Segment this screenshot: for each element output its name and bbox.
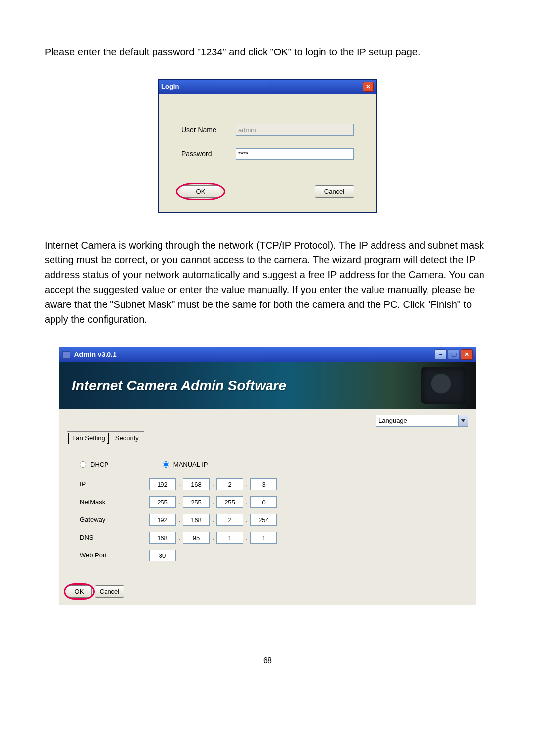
- ip-label: IP: [80, 479, 149, 489]
- intro-paragraph-1: Please enter the default password "1234"…: [45, 45, 490, 59]
- user-name-input[interactable]: [236, 124, 354, 136]
- ip-octet-2[interactable]: [183, 478, 210, 490]
- dns-label: DNS: [80, 533, 149, 543]
- tab-lan-setting[interactable]: Lan Setting: [67, 431, 110, 445]
- admin-ok-button[interactable]: OK: [67, 585, 92, 598]
- login-ok-button[interactable]: OK: [181, 185, 220, 198]
- admin-cancel-button[interactable]: Cancel: [95, 585, 124, 598]
- maximize-icon[interactable]: ▢: [448, 349, 460, 360]
- gateway-octet-2[interactable]: [183, 514, 210, 526]
- tab-security[interactable]: Security: [110, 431, 144, 445]
- netmask-label: NetMask: [80, 497, 149, 507]
- netmask-octet-1[interactable]: [149, 496, 176, 508]
- password-label: Password: [181, 149, 236, 159]
- page-number: 68: [45, 655, 490, 667]
- password-input[interactable]: [236, 148, 354, 160]
- netmask-octet-3[interactable]: [216, 496, 243, 508]
- language-select[interactable]: Language: [376, 415, 468, 427]
- chevron-down-icon: [458, 415, 468, 426]
- app-icon: [62, 351, 70, 359]
- camera-icon: [421, 367, 466, 404]
- netmask-octet-4[interactable]: [250, 496, 277, 508]
- minimize-icon[interactable]: –: [435, 349, 447, 360]
- ip-octet-3[interactable]: [216, 478, 243, 490]
- gateway-octet-1[interactable]: [149, 514, 176, 526]
- gateway-label: Gateway: [80, 515, 149, 525]
- gateway-octet-3[interactable]: [216, 514, 243, 526]
- login-dialog: Login ✕ User Name Password OK: [158, 79, 377, 213]
- login-title: Login: [161, 82, 179, 92]
- banner-title: Internet Camera Admin Software: [72, 375, 286, 396]
- radio-dhcp-label: DHCP: [90, 460, 108, 470]
- radio-manual-ip[interactable]: MANUAL IP: [163, 460, 208, 470]
- webport-input[interactable]: [149, 550, 176, 561]
- webport-label: Web Port: [80, 551, 149, 560]
- dns-octet-1[interactable]: [149, 532, 176, 544]
- ip-octet-1[interactable]: [149, 478, 176, 490]
- radio-dhcp[interactable]: DHCP: [80, 460, 108, 470]
- radio-manual-label: MANUAL IP: [173, 460, 208, 470]
- close-icon[interactable]: ✕: [363, 82, 374, 92]
- svg-marker-0: [461, 419, 465, 422]
- login-cancel-button[interactable]: Cancel: [315, 185, 354, 198]
- gateway-octet-4[interactable]: [250, 514, 277, 526]
- admin-window: Admin v3.0.1 – ▢ ✕ Internet Camera Admin…: [59, 347, 476, 605]
- dns-octet-2[interactable]: [183, 532, 210, 544]
- dns-octet-4[interactable]: [250, 532, 277, 544]
- intro-paragraph-2: Internet Camera is working through the n…: [45, 238, 490, 327]
- ip-octet-4[interactable]: [250, 478, 277, 490]
- dns-octet-3[interactable]: [216, 532, 243, 544]
- lan-setting-panel: DHCP MANUAL IP IP . . .: [67, 445, 468, 581]
- close-icon[interactable]: ✕: [461, 349, 473, 360]
- language-select-label: Language: [378, 416, 407, 426]
- user-name-label: User Name: [181, 125, 236, 135]
- netmask-octet-2[interactable]: [183, 496, 210, 508]
- admin-window-title: Admin v3.0.1: [74, 351, 116, 358]
